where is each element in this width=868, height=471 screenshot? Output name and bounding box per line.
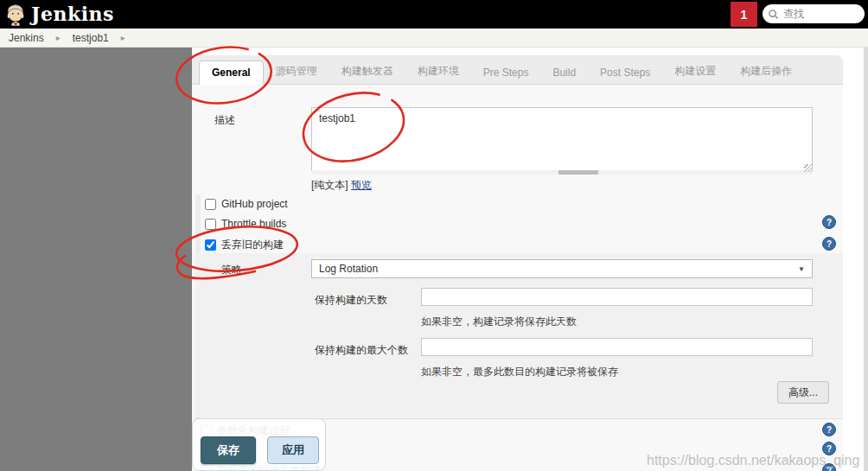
search-input[interactable] xyxy=(782,7,859,21)
markup-format-label: [纯文本] xyxy=(311,179,348,191)
tab-build[interactable]: Build xyxy=(540,61,588,84)
markup-format-row: [纯文本] 预览 xyxy=(311,178,372,193)
hscrollbar-thumb[interactable] xyxy=(558,170,598,175)
search-icon xyxy=(768,9,779,20)
strategy-selected-value: Log Rotation xyxy=(319,263,378,275)
github-project-checkbox[interactable] xyxy=(205,199,216,210)
tab-source-management[interactable]: 源码管理 xyxy=(264,59,329,84)
days-to-keep-input[interactable] xyxy=(421,288,813,306)
config-tab-bar: General 源码管理 构建触发器 构建环境 Pre Steps Build … xyxy=(192,55,843,85)
discard-old-builds-label[interactable]: 丢弃旧的构建 xyxy=(221,238,284,252)
tab-build-settings[interactable]: 构建设置 xyxy=(662,59,728,84)
tab-general[interactable]: General xyxy=(199,60,264,85)
max-builds-input[interactable] xyxy=(421,338,813,356)
help-icon[interactable]: ? xyxy=(822,215,836,229)
days-to-keep-label: 保持构建的天数 xyxy=(315,293,387,308)
breadcrumb-item-jenkins[interactable]: Jenkins xyxy=(9,32,44,44)
apply-button[interactable]: 应用 xyxy=(267,436,319,464)
textarea-hscrollbar[interactable] xyxy=(312,170,812,175)
description-textarea[interactable] xyxy=(311,107,813,171)
breadcrumb: Jenkins ▸ testjob1 ▸ xyxy=(0,29,868,48)
save-button[interactable]: 保存 xyxy=(201,436,256,464)
description-label: 描述 xyxy=(214,113,235,128)
select-arrow-icon: ▼ xyxy=(798,265,805,273)
tab-pre-steps[interactable]: Pre Steps xyxy=(471,61,541,84)
preview-link[interactable]: 预览 xyxy=(351,179,372,191)
github-project-label[interactable]: GitHub project xyxy=(221,198,288,210)
breadcrumb-separator-icon: ▸ xyxy=(121,33,125,42)
discard-old-builds-checkbox[interactable] xyxy=(205,239,216,251)
advanced-button[interactable]: 高级... xyxy=(777,381,829,404)
search-box[interactable] xyxy=(763,4,865,23)
alert-count-badge[interactable]: 1 xyxy=(731,2,757,27)
app-title[interactable]: Jenkins xyxy=(31,3,114,25)
days-to-keep-help: 如果非空，构建记录将保存此天数 xyxy=(421,315,577,329)
tab-build-environment[interactable]: 构建环境 xyxy=(405,59,471,84)
max-builds-label: 保持构建的最大个数 xyxy=(315,343,408,358)
tab-post-steps[interactable]: Post Steps xyxy=(588,61,662,84)
watermark: https://blog.csdn.net/kakaops_qing xyxy=(647,453,859,468)
jenkins-logo-icon[interactable] xyxy=(3,3,28,29)
option-row-github-project: GitHub project xyxy=(205,198,288,210)
tab-build-triggers[interactable]: 构建触发器 xyxy=(329,59,405,84)
left-masked-sidebar xyxy=(0,48,192,471)
page-scrollbar[interactable] xyxy=(864,48,868,471)
option-row-throttle-builds: Throttle builds xyxy=(205,218,286,230)
strategy-select[interactable]: Log Rotation ▼ xyxy=(311,259,813,278)
max-builds-help: 如果非空，最多此数目的构建记录将被保存 xyxy=(421,365,618,379)
textarea-resize-handle-icon[interactable] xyxy=(804,164,812,172)
breadcrumb-separator-icon: ▸ xyxy=(56,33,61,42)
help-icon[interactable]: ? xyxy=(822,237,836,251)
option-row-discard-old-builds: 丢弃旧的构建 xyxy=(205,238,284,252)
jenkins-config-page: Jenkins 1 Jenkins ▸ testjob1 ▸ General 源… xyxy=(0,0,868,471)
tab-post-build-actions[interactable]: 构建后操作 xyxy=(728,59,804,84)
throttle-builds-label[interactable]: Throttle builds xyxy=(221,218,286,230)
throttle-builds-checkbox[interactable] xyxy=(205,219,216,230)
breadcrumb-item-testjob1[interactable]: testjob1 xyxy=(73,32,109,44)
help-icon[interactable]: ? xyxy=(822,423,836,436)
strategy-label: 策略 xyxy=(221,263,242,277)
